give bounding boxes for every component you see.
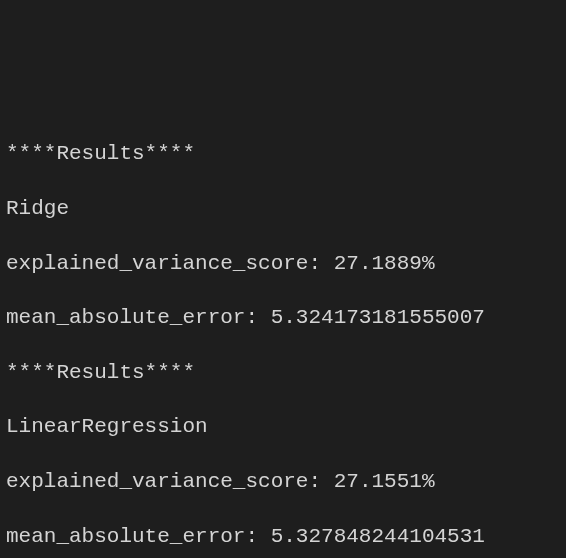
- results-header: ****Results****: [6, 140, 560, 167]
- mae-label: mean_absolute_error:: [6, 306, 258, 329]
- metric-line: explained_variance_score: 27.1889%: [6, 250, 560, 277]
- metric-line: mean_absolute_error: 5.324173181555007: [6, 304, 560, 331]
- mae-label: mean_absolute_error:: [6, 525, 258, 548]
- model-name: LinearRegression: [6, 413, 560, 440]
- evs-label: explained_variance_score:: [6, 252, 321, 275]
- metric-line: mean_absolute_error: 5.327848244104531: [6, 523, 560, 550]
- evs-value: 27.1889%: [334, 252, 435, 275]
- evs-value: 27.1551%: [334, 470, 435, 493]
- results-header: ****Results****: [6, 359, 560, 386]
- evs-label: explained_variance_score:: [6, 470, 321, 493]
- metric-line: explained_variance_score: 27.1551%: [6, 468, 560, 495]
- terminal-output: ****Results**** Ridge explained_variance…: [6, 113, 560, 558]
- mae-value: 5.327848244104531: [271, 525, 485, 548]
- mae-value: 5.324173181555007: [271, 306, 485, 329]
- model-name: Ridge: [6, 195, 560, 222]
